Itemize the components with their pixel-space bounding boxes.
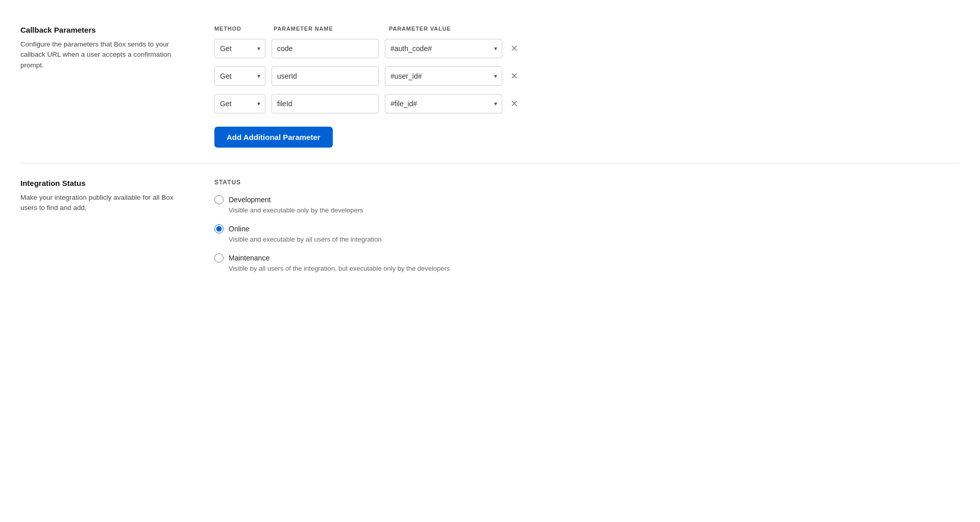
status-option-online: Online Visible and executable by all use… [214, 224, 960, 243]
param-value-wrapper-3: #auth_code# #user_id# #file_id# [385, 94, 502, 113]
method-select-wrapper-1: Get Post [214, 39, 265, 58]
method-column-header: METHOD [214, 26, 265, 32]
status-radio-maintenance-desc: Visible by all users of the integration,… [229, 265, 960, 272]
callback-parameters-title: Callback Parameters [20, 26, 184, 34]
remove-param-button-3[interactable]: ✕ [508, 97, 520, 110]
callback-parameters-content: METHOD PARAMETER NAME PARAMETER VALUE Ge… [214, 26, 960, 148]
param-value-wrapper-1: #auth_code# #user_id# #file_id# [385, 39, 502, 58]
status-option-online-row: Online [214, 224, 960, 233]
status-radio-online-desc: Visible and executable by all users of t… [229, 235, 960, 243]
status-radio-maintenance-label[interactable]: Maintenance [229, 254, 270, 262]
param-row-3: Get Post #auth_code# #user_id# #file_id#… [214, 94, 960, 113]
status-radio-development-label[interactable]: Development [229, 196, 271, 204]
method-select-wrapper-3: Get Post [214, 94, 265, 113]
status-label: Status [214, 179, 960, 186]
remove-param-button-1[interactable]: ✕ [508, 42, 520, 55]
status-radio-maintenance[interactable] [214, 253, 224, 263]
method-select-2[interactable]: Get Post [214, 66, 265, 86]
value-column-header: PARAMETER VALUE [389, 26, 506, 32]
integration-status-section: Integration Status Make your integration… [20, 163, 960, 288]
status-option-development-row: Development [214, 195, 960, 204]
status-radio-online[interactable] [214, 224, 224, 233]
param-value-select-2[interactable]: #auth_code# #user_id# #file_id# [385, 66, 502, 86]
param-name-input-3[interactable] [272, 94, 379, 113]
integration-status-label: Integration Status Make your integration… [20, 179, 184, 272]
integration-status-title: Integration Status [20, 179, 184, 187]
callback-parameters-description: Configure the parameters that Box sends … [20, 39, 184, 70]
param-column-headers: METHOD PARAMETER NAME PARAMETER VALUE [214, 26, 960, 32]
status-radio-online-label[interactable]: Online [229, 225, 249, 233]
status-radio-development-desc: Visible and executable only by the devel… [229, 206, 960, 214]
param-value-select-3[interactable]: #auth_code# #user_id# #file_id# [385, 94, 502, 113]
name-column-header: PARAMETER NAME [274, 26, 381, 32]
method-select-3[interactable]: Get Post [214, 94, 265, 113]
status-option-maintenance-row: Maintenance [214, 253, 960, 263]
param-name-input-2[interactable] [272, 66, 379, 86]
status-radio-development[interactable] [214, 195, 224, 204]
param-row-1: Get Post #auth_code# #user_id# #file_id#… [214, 39, 960, 58]
param-value-wrapper-2: #auth_code# #user_id# #file_id# [385, 66, 502, 86]
page-container: Callback Parameters Configure the parame… [0, 0, 980, 298]
add-additional-parameter-button[interactable]: Add Additional Parameter [214, 127, 333, 148]
method-select-wrapper-2: Get Post [214, 66, 265, 86]
param-row-2: Get Post #auth_code# #user_id# #file_id#… [214, 66, 960, 86]
integration-status-content: Status Development Visible and executabl… [214, 179, 960, 272]
param-name-input-1[interactable] [272, 39, 379, 58]
status-option-maintenance: Maintenance Visible by all users of the … [214, 253, 960, 272]
integration-status-description: Make your integration publicly available… [20, 193, 184, 213]
callback-parameters-section: Callback Parameters Configure the parame… [20, 10, 960, 163]
status-option-development: Development Visible and executable only … [214, 195, 960, 214]
method-select-1[interactable]: Get Post [214, 39, 265, 58]
param-value-select-1[interactable]: #auth_code# #user_id# #file_id# [385, 39, 502, 58]
callback-parameters-label: Callback Parameters Configure the parame… [20, 26, 184, 148]
status-radio-group: Development Visible and executable only … [214, 195, 960, 272]
remove-param-button-2[interactable]: ✕ [508, 69, 520, 83]
